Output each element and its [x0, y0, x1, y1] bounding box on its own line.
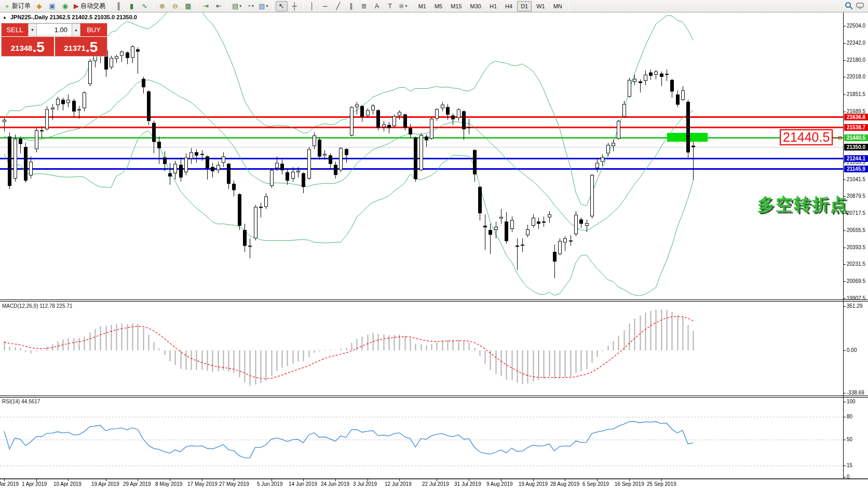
equidistant-channel-button[interactable]: ∥: [345, 1, 357, 11]
date-axis-label: 8 May 2019: [155, 481, 182, 487]
signals-icon: ◉: [62, 3, 68, 9]
new-chart-dropdown-icon[interactable]: ▾: [239, 4, 241, 8]
chart-title: JPN225-,Daily 21362.5 21402.5 21035.0 21…: [10, 14, 137, 20]
periods-dropdown-icon[interactable]: ▾: [252, 4, 254, 8]
rsi-indicator-label: RSI(14) 44.5617: [2, 399, 40, 404]
sell-price[interactable]: 21348 .5: [2, 37, 54, 56]
candlestick-chart-icon: ▮: [130, 3, 133, 9]
tf-w1[interactable]: W1: [533, 1, 549, 11]
profiles-icon: ◆: [37, 3, 42, 9]
new-chart-icon: ▤: [232, 3, 238, 9]
autotrading-button[interactable]: ▶自动交易: [72, 1, 107, 11]
buy-button[interactable]: BUY: [80, 23, 107, 36]
tf-d1[interactable]: D1: [517, 1, 532, 11]
buy-price[interactable]: 21371 .5: [55, 37, 107, 56]
toolbar-separator: [153, 2, 154, 10]
price-level-badge: 21244.1: [844, 155, 868, 162]
toolbar-separator: [197, 2, 197, 10]
line-chart-button[interactable]: ∿: [139, 1, 151, 11]
toolbar-separator: [303, 2, 304, 10]
chat-icon[interactable]: [856, 3, 864, 8]
candlestick-chart-button[interactable]: ▮: [126, 1, 138, 11]
tf-m1[interactable]: M1: [415, 1, 430, 11]
date-axis-label: 28 Aug 2019: [550, 481, 579, 487]
volume-increase-button[interactable]: ▲: [72, 23, 80, 36]
date-axis-label: 17 May 2019: [187, 481, 218, 487]
date-axis-label: 3 Jul 2019: [353, 481, 377, 487]
price-axis-tick: 20069.5: [847, 278, 865, 284]
chart-shift-button[interactable]: ⇥: [200, 1, 212, 11]
signals-button[interactable]: ◉: [59, 1, 71, 11]
price-level-badge: 21145.9: [844, 166, 868, 172]
vertical-line-icon: │: [310, 3, 314, 9]
new-order-button[interactable]: ＋新订单: [2, 1, 32, 11]
cursor-button[interactable]: ↖: [276, 1, 288, 11]
new-order-label: 新订单: [12, 2, 31, 10]
market-watch-button[interactable]: ▣: [46, 1, 58, 11]
volume-decrease-button[interactable]: ▼: [28, 23, 37, 36]
one-click-trading-panel: SELL ▼ ▲ BUY 21348 .5 21371 .5: [1, 23, 107, 57]
tf-m30[interactable]: M30: [467, 1, 485, 11]
trendline-icon: ╱: [336, 3, 340, 9]
date-axis-label: 9 Aug 2019: [486, 481, 513, 487]
macd-indicator-label: MACD(12,26,9) 112.78 225.71: [2, 303, 72, 309]
date-axis-label: 6 Sep 2019: [582, 481, 609, 487]
price-axis-tick: 20231.5: [847, 261, 865, 267]
main-toolbar: ＋新订单◆▣◉▶自动交易║▮∿⊕⊖▦⇥⇤▤▾◔▾▨▾↖┼│─╱∥≣AT※▾M1M…: [0, 0, 868, 12]
tf-m5[interactable]: M5: [431, 1, 446, 11]
date-axis-label: 31 Jul 2019: [454, 481, 481, 487]
date-axis-label: 27 May 2019: [219, 481, 249, 487]
volume-input[interactable]: [37, 23, 72, 36]
periods-button[interactable]: ◔▾: [244, 1, 256, 11]
chart-shift-icon: ⇥: [203, 3, 209, 9]
tf-m15[interactable]: M15: [447, 1, 465, 11]
vertical-line-button[interactable]: │: [306, 1, 318, 11]
text-label-button[interactable]: T: [384, 1, 396, 11]
search-icon[interactable]: [845, 2, 851, 8]
trendline-button[interactable]: ╱: [332, 1, 344, 11]
date-axis-label: 22 Jul 2019: [422, 481, 449, 487]
rsi-axis-tick: 100: [847, 399, 856, 404]
line-chart-icon: ∿: [142, 3, 147, 9]
arrows-button[interactable]: ※▾: [397, 1, 409, 11]
zoom-in-icon: ⊕: [159, 3, 165, 9]
tf-mn[interactable]: MN: [550, 1, 566, 11]
auto-scroll-button[interactable]: ⇤: [213, 1, 225, 11]
price-axis-tick: 22504.0: [847, 23, 865, 29]
date-axis-label: 19 Aug 2019: [519, 481, 548, 487]
tile-windows-icon: ▦: [185, 3, 191, 9]
tile-windows-button[interactable]: ▦: [182, 1, 194, 11]
zoom-in-button[interactable]: ⊕: [156, 1, 168, 11]
zoom-out-button[interactable]: ⊖: [169, 1, 181, 11]
toolbar-separator: [568, 2, 569, 10]
tf-h1[interactable]: H1: [486, 1, 500, 11]
tf-h4[interactable]: H4: [501, 1, 516, 11]
price-level-badge: 21440.5: [844, 134, 868, 141]
rsi-axis-tick: 50: [847, 437, 852, 442]
sell-button[interactable]: SELL: [2, 23, 28, 36]
price-axis-tick: 20879.5: [847, 193, 865, 199]
price-axis-tick: 20393.5: [847, 244, 865, 250]
one-click-collapse-icon[interactable]: ▲: [3, 15, 7, 20]
periods-icon: ◔: [247, 3, 251, 9]
profiles-button[interactable]: ◆: [33, 1, 45, 11]
chart-plot-area[interactable]: [0, 12, 868, 490]
templates-button[interactable]: ▨▾: [257, 1, 269, 11]
date-axis-label: 25 Sep 2019: [647, 481, 676, 487]
templates-dropdown-icon[interactable]: ▾: [266, 4, 268, 8]
toolbar-separator: [412, 2, 412, 10]
market-watch-icon: ▣: [49, 3, 55, 9]
crosshair-icon: ┼: [292, 3, 297, 9]
horizontal-line-button[interactable]: ─: [319, 1, 331, 11]
text-button[interactable]: A: [371, 1, 383, 11]
price-axis-tick: 19907.5: [847, 295, 865, 301]
fibonacci-button[interactable]: ≣: [358, 1, 370, 11]
new-chart-button[interactable]: ▤▾: [230, 1, 243, 11]
price-alert-label: 21440.5: [780, 129, 833, 145]
bar-chart-button[interactable]: ║: [113, 1, 125, 11]
arrows-dropdown-icon[interactable]: ▾: [405, 4, 408, 8]
equidistant-channel-icon: ∥: [349, 3, 353, 9]
crosshair-button[interactable]: ┼: [289, 1, 301, 11]
rsi-axis-tick: 80: [847, 414, 852, 419]
date-axis-label: 12 Jul 2019: [385, 481, 412, 487]
